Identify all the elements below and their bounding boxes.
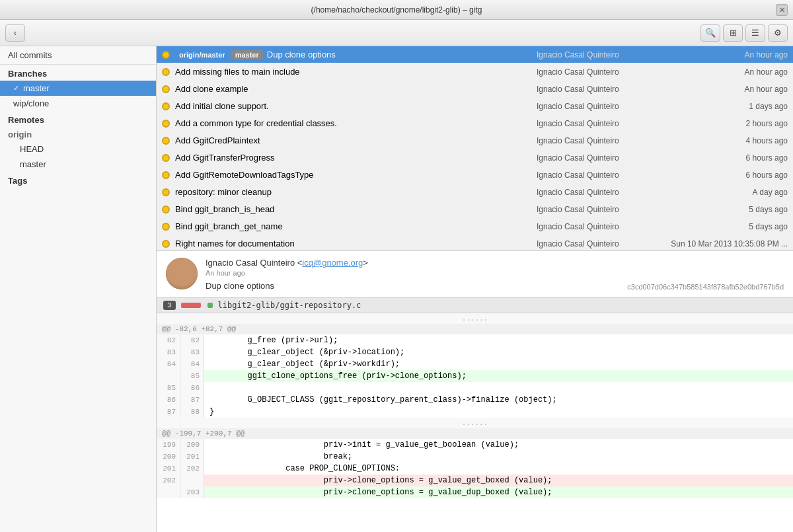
commit-message: Right names for documentation [175, 239, 537, 248]
commit-time: An hour ago [669, 67, 788, 77]
commit-list: origin/mastermasterDup clone optionsIgna… [157, 46, 793, 251]
commit-time: 5 days ago [669, 205, 788, 214]
commit-message: Add initial clone support. [175, 101, 537, 111]
commit-author: Ignacio Casal Quinteiro [537, 119, 669, 128]
list-button[interactable]: ☰ [745, 24, 765, 42]
commit-time: An hour ago [669, 85, 788, 94]
commit-author: Ignacio Casal Quinteiro [537, 67, 669, 77]
diff-area[interactable]: 3libgit2-glib/ggit-repository.c......@@ … [157, 298, 793, 532]
commit-author: Ignacio Casal Quinteiro [537, 85, 669, 94]
commit-time: 1 days ago [669, 102, 788, 111]
diff-line: 85 ggit_clone_options_free (priv->clone_… [157, 370, 793, 382]
commit-row[interactable]: repository: minor cleanupIgnacio Casal Q… [157, 184, 793, 201]
commit-row[interactable]: Add GgitCredPlaintextIgnacio Casal Quint… [157, 132, 793, 149]
commit-message: Add missing files to main include [175, 67, 537, 77]
commit-detail-info: Ignacio Casal Quinteiro <icq@gnome.org> … [206, 258, 619, 291]
commit-detail-email[interactable]: icq@gnome.org [302, 258, 363, 268]
diff-line: 8383 g_clear_object (&priv->location); [157, 346, 793, 358]
commit-author: Ignacio Casal Quinteiro [537, 50, 669, 59]
sidebar-item-wip-clone[interactable]: wip/clone [0, 96, 156, 111]
diff-line-content: g_free (priv->url); [204, 334, 793, 346]
commit-message: Add GgitCredPlaintext [175, 135, 537, 145]
grid-icon: ⊞ [730, 28, 737, 38]
commit-message: Bind ggit_branch_get_name [175, 221, 537, 231]
commit-row[interactable]: Bind ggit_branch_get_nameIgnacio Casal Q… [157, 218, 793, 235]
commit-row[interactable]: Add a common type for credential classes… [157, 115, 793, 132]
commit-dot [162, 68, 170, 76]
sidebar-remote-head[interactable]: HEAD [0, 141, 156, 157]
commit-dot [162, 51, 170, 59]
commit-detail-author-line: Ignacio Casal Quinteiro <icq@gnome.org> [206, 258, 619, 268]
commit-message: Dup clone options [267, 50, 537, 59]
diff-file-header: 3libgit2-glib/ggit-repository.c [157, 298, 793, 313]
diff-file-count: 3 [163, 301, 176, 310]
diff-line: 8788} [157, 406, 793, 418]
list-icon: ☰ [751, 28, 759, 38]
commit-message: Add a common type for credential classes… [175, 118, 537, 128]
diff-filename: libgit2-glib/ggit-repository.c [218, 301, 361, 310]
commit-message: repository: minor cleanup [175, 187, 537, 197]
window-title: (/home/nacho/checkout/gnome/libgit2-glib… [311, 5, 482, 15]
commit-author: Ignacio Casal Quinteiro [537, 153, 669, 163]
diff-line-content: priv->init = g_value_get_boolean (value)… [204, 439, 793, 451]
commit-detail-author: Ignacio Casal Quinteiro [206, 258, 295, 268]
diff-line-content: priv->clone_options = g_value_get_boxed … [204, 475, 793, 486]
commit-detail-message: Dup clone options [206, 281, 619, 291]
commit-row[interactable]: Add initial clone support.Ignacio Casal … [157, 98, 793, 115]
badge-origin: origin/master [175, 50, 229, 59]
sidebar-remote-master[interactable]: master [0, 157, 156, 172]
commit-badges: origin/mastermaster [175, 50, 263, 59]
commit-row[interactable]: Add clone exampleIgnacio Casal Quinteiro… [157, 81, 793, 98]
sidebar: All commits Branches ✓ master wip/clone … [0, 46, 157, 532]
commit-row[interactable]: Bind ggit_branch_is_headIgnacio Casal Qu… [157, 201, 793, 218]
diff-line: 203 priv->clone_options = g_value_dup_bo… [157, 486, 793, 498]
commit-author: Ignacio Casal Quinteiro [537, 171, 669, 180]
diff-line-content: priv->clone_options = g_value_dup_boxed … [204, 486, 793, 498]
commit-author: Ignacio Casal Quinteiro [537, 239, 669, 248]
commit-dot [162, 137, 170, 145]
commit-dot [162, 223, 170, 231]
search-icon: 🔍 [705, 28, 716, 38]
check-icon: ✓ [13, 84, 19, 93]
commit-author: Ignacio Casal Quinteiro [537, 222, 669, 231]
diff-line: 8687 G_OBJECT_CLASS (ggit_repository_par… [157, 394, 793, 406]
commit-row[interactable]: Add missing files to main includeIgnacio… [157, 63, 793, 81]
diff-line: 200201 break; [157, 451, 793, 463]
back-button[interactable]: ‹ [5, 24, 25, 42]
commit-dot [162, 154, 170, 162]
diff-line-content: ggit_clone_options_free (priv->clone_opt… [204, 370, 793, 382]
diff-hunk-header: @@ -199,7 +200,7 @@ [157, 428, 793, 439]
diff-line-content [204, 382, 793, 394]
commit-message: Add GgitTransferProgress [175, 153, 537, 163]
search-button[interactable]: 🔍 [700, 24, 720, 42]
grid-button[interactable]: ⊞ [723, 24, 743, 42]
diff-line: 8282 g_free (priv->url); [157, 334, 793, 346]
commit-author: Ignacio Casal Quinteiro [537, 188, 669, 197]
diff-line-content: g_clear_object (&priv->location); [204, 346, 793, 358]
commit-hash: c3cd007d06c347b585143f878afb52e0bd767b5d [627, 283, 784, 291]
commit-detail-time: An hour ago [206, 269, 619, 277]
commit-time: 4 hours ago [669, 136, 788, 145]
settings-button[interactable]: ⚙ [768, 24, 788, 42]
main-layout: All commits Branches ✓ master wip/clone … [0, 46, 793, 532]
avatar-face [166, 258, 198, 289]
diff-line: 8586 [157, 382, 793, 394]
sidebar-branches-label: Branches [0, 65, 156, 81]
commit-row[interactable]: Add GgitTransferProgressIgnacio Casal Qu… [157, 149, 793, 167]
commit-time: 5 days ago [669, 222, 788, 231]
commit-row[interactable]: Add GgitRemoteDownloadTagsTypeIgnacio Ca… [157, 167, 793, 184]
diff-minus-bar [181, 303, 201, 308]
commit-dot [162, 171, 170, 179]
close-button[interactable]: ✕ [776, 4, 788, 16]
sidebar-item-master[interactable]: ✓ master [0, 81, 156, 96]
sidebar-remote-origin[interactable]: origin [0, 127, 156, 141]
diff-ellipsis: ...... [157, 313, 793, 324]
diff-line: 201202 case PROP_CLONE_OPTIONS: [157, 463, 793, 475]
commit-row[interactable]: origin/mastermasterDup clone optionsIgna… [157, 46, 793, 63]
commit-row[interactable]: Right names for documentationIgnacio Cas… [157, 235, 793, 251]
diff-hunk-header: @@ -82,6 +82,7 @@ [157, 324, 793, 334]
sidebar-item-all-commits[interactable]: All commits [0, 46, 156, 65]
commit-time: Sun 10 Mar 2013 10:35:08 PM ... [669, 239, 788, 248]
commit-time: A day ago [669, 188, 788, 197]
titlebar: (/home/nacho/checkout/gnome/libgit2-glib… [0, 0, 793, 20]
